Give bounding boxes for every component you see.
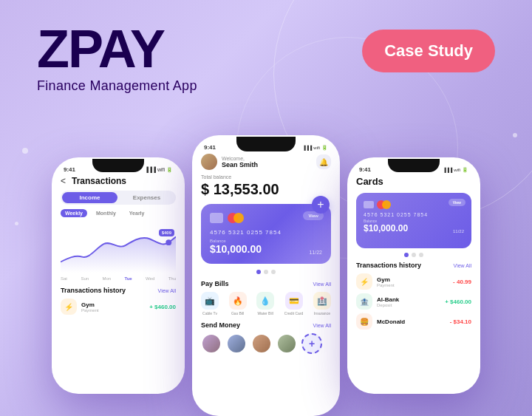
- day-sat: Sat: [61, 276, 67, 281]
- card-dots-right: [356, 253, 471, 257]
- card-view-btn-right[interactable]: View: [449, 199, 466, 206]
- transaction-amount-left: + $460.00: [149, 304, 176, 310]
- wifi-icon: wifi: [157, 167, 165, 172]
- pay-bills-view-all[interactable]: View All: [313, 282, 331, 287]
- trans-item-mcd-right: 🍔 McDonald - $34.10: [356, 313, 471, 330]
- income-expense-tabs: Income Expenses: [61, 191, 176, 205]
- view-all-right[interactable]: View All: [454, 263, 471, 268]
- time-center: 9:41: [204, 144, 216, 151]
- status-icons-right: ▐▐▐ wifi 🔋: [443, 167, 468, 173]
- card-number-center: 4576 5321 0255 7854: [210, 229, 322, 236]
- status-icons-center: ▐▐▐ wifi 🔋: [303, 145, 328, 151]
- phone-right-content: Cards View 4576 5321 0255 7854 Balance $…: [349, 173, 479, 384]
- signal-icon-c: ▐▐▐: [303, 146, 313, 150]
- mc-orange-right: [382, 200, 391, 209]
- period-weekly[interactable]: Weekly: [61, 209, 87, 217]
- tab-income[interactable]: Income: [62, 192, 117, 203]
- pay-bills-icons: 📺 Cable Tv 🔥 Gas Bill 💧 Water Bill 💳 Cre…: [201, 292, 331, 316]
- water-bill-icon: 💧: [256, 292, 274, 310]
- period-monthly[interactable]: Monthly: [92, 209, 120, 217]
- card-expiry-right: 11/22: [453, 229, 464, 233]
- bill-cable-tv[interactable]: 📺 Cable Tv: [201, 292, 219, 316]
- send-money-avatars: +: [201, 333, 331, 354]
- balance-amount: $ 13,553.00: [201, 181, 331, 198]
- user-name: Sean Smith: [222, 161, 316, 168]
- notification-icon[interactable]: 🔔: [316, 154, 331, 169]
- mastercard-circle-orange: [233, 213, 244, 223]
- send-avatar-1[interactable]: [201, 333, 222, 354]
- card-balance-amount-right: $10,000.00: [364, 223, 408, 233]
- gas-bill-label: Gas Bill: [231, 311, 244, 316]
- card-logos: [228, 213, 244, 223]
- trans-name-gym-right: Gym: [377, 276, 449, 283]
- user-info: Welcome, Sean Smith: [222, 156, 316, 168]
- day-sun: Sun: [81, 276, 89, 281]
- credit-card-bill-icon: 💳: [285, 292, 303, 310]
- user-row: Welcome, Sean Smith 🔔: [201, 154, 331, 170]
- phone-right: 9:41 ▐▐▐ wifi 🔋 Cards View 4576 5321: [347, 157, 480, 394]
- line-chart: [61, 222, 176, 273]
- mcd-icon-right: 🍔: [360, 318, 369, 326]
- day-thu: Thu: [168, 276, 176, 281]
- history-title-right: Transactions history: [356, 262, 421, 269]
- bill-gas[interactable]: 🔥 Gas Bill: [229, 292, 247, 316]
- gym-icon: ⚡: [64, 303, 73, 311]
- send-money-section-header: Send Money View All: [201, 321, 331, 329]
- notch-right: [388, 159, 440, 172]
- trans-icon-albank-right: 🏦: [356, 293, 372, 310]
- bill-water[interactable]: 💧 Water Bill: [256, 292, 274, 316]
- send-money-view-all[interactable]: View All: [313, 323, 331, 328]
- fab-plus-button[interactable]: +: [312, 196, 330, 214]
- bill-credit-card[interactable]: 💳 Credit Card: [284, 292, 304, 316]
- time-right: 9:41: [359, 166, 371, 173]
- card-expiry-center: 11/22: [309, 250, 322, 255]
- chart-area: $409: [61, 222, 176, 273]
- transactions-title: Transactions: [72, 176, 126, 186]
- send-money-title: Send Money: [201, 321, 240, 329]
- pay-bills-title: Pay Bills: [201, 280, 229, 287]
- trans-icon-mcd-right: 🍔: [356, 313, 372, 330]
- trans-type-albank-right: Deposit: [377, 303, 440, 307]
- notch-center: [236, 137, 296, 151]
- view-all-link-left[interactable]: View All: [158, 288, 176, 293]
- time-left: 9:41: [64, 166, 75, 173]
- transactions-header: < Transactions: [61, 176, 176, 186]
- trans-info-gym-right: Gym Payment: [377, 276, 449, 287]
- period-yearly[interactable]: Yearly: [125, 209, 149, 217]
- send-avatar-3[interactable]: [251, 333, 272, 354]
- phone-left: 9:41 ▐▐▐ wifi 🔋 < Transactions Income Ex…: [52, 157, 185, 394]
- phones-container: 9:41 ▐▐▐ wifi 🔋 < Transactions Income Ex…: [0, 135, 532, 416]
- day-mon: Mon: [102, 276, 111, 281]
- transaction-item-left: ⚡ Gym Payment + $460.00: [61, 299, 176, 315]
- dot-r3: [419, 253, 423, 257]
- send-avatar-2[interactable]: [226, 333, 247, 354]
- case-study-badge[interactable]: Case Study: [362, 30, 495, 72]
- card-widget-center: View 4576 5321 0255 7854 Balance $10,000…: [201, 204, 331, 264]
- bill-insurance[interactable]: 🏥 Insurance: [313, 292, 331, 316]
- logo-section: ZPAY Finance Management App: [37, 22, 197, 94]
- back-arrow-icon[interactable]: <: [61, 176, 66, 186]
- card-logos-right: [377, 200, 391, 209]
- insurance-label: Insurance: [314, 311, 330, 316]
- battery-icon: 🔋: [166, 167, 173, 173]
- notch-left: [92, 159, 144, 172]
- add-recipient-button[interactable]: +: [301, 333, 322, 354]
- status-icons-left: ▐▐▐ wifi 🔋: [145, 167, 173, 173]
- day-tue: Tue: [124, 276, 132, 281]
- transactions-history-header-right: Transactions history View All: [356, 262, 471, 269]
- tab-expenses[interactable]: Expenses: [119, 192, 174, 203]
- welcome-text: Welcome,: [222, 156, 316, 161]
- header: ZPAY Finance Management App Case Study: [37, 22, 495, 94]
- transactions-history-header: Transactions history View All: [61, 287, 176, 294]
- dot-2: [264, 270, 268, 274]
- credit-card-label: Credit Card: [284, 311, 304, 316]
- send-avatar-4[interactable]: [276, 333, 297, 354]
- wifi-icon-r: wifi: [454, 168, 460, 172]
- user-avatar: [201, 154, 217, 170]
- trans-info-albank-right: Al-Bank Deposit: [377, 296, 440, 307]
- period-row: Weekly Monthly Yearly: [61, 209, 176, 217]
- app-subtitle: Finance Management App: [37, 78, 197, 94]
- signal-icon-r: ▐▐▐: [443, 168, 453, 172]
- water-bill-label: Water Bill: [258, 311, 273, 316]
- cable-tv-label: Cable Tv: [202, 311, 217, 316]
